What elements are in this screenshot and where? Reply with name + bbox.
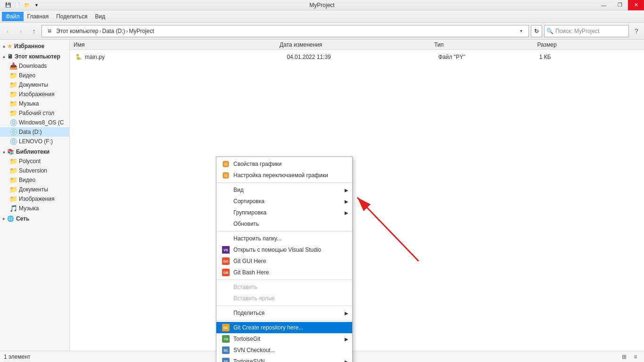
ctx-view-arrow: ▶ (345, 188, 348, 193)
ctx-group[interactable]: Группировка ▶ (216, 207, 352, 218)
ctx-sort-label: Сортировка (233, 198, 264, 205)
qa-save[interactable]: 💾 (4, 1, 12, 9)
lib-documents-label: Документы (19, 186, 48, 193)
refresh-button[interactable]: ↻ (531, 25, 542, 37)
sidebar-network-header[interactable]: ▸ 🌐 Сеть (0, 214, 69, 223)
ctx-view[interactable]: Вид ▶ (216, 184, 352, 196)
search-input[interactable] (555, 28, 627, 34)
help-button[interactable]: ? (631, 25, 642, 37)
video-label: Видео (19, 72, 35, 79)
ctx-view-icon (222, 186, 230, 194)
column-size[interactable]: Размер (537, 41, 640, 48)
sidebar-item-polycont[interactable]: 📁 Polycont (0, 156, 69, 166)
ctx-git-create-icon: GC (222, 324, 230, 331)
sidebar-item-lib-images[interactable]: 📁 Изображения (0, 194, 69, 204)
polycont-icon: 📁 (9, 157, 17, 165)
ctx-open-vs[interactable]: VS Открыть с помощью Visual Studio (216, 244, 352, 255)
column-name[interactable]: Имя (74, 41, 280, 48)
ctx-git-gui-icon: GG (222, 257, 230, 265)
ctx-tortoise-svn-arrow: ▶ (345, 359, 348, 362)
sidebar-item-data-drive[interactable]: 💿 Data (D:) (0, 127, 69, 137)
address-dropdown-arrow[interactable]: ▾ (516, 28, 526, 33)
ctx-sep-3 (216, 280, 352, 280)
ctx-git-gui-label: Git GUI Here (233, 258, 266, 264)
menu-view[interactable]: Вид (91, 12, 109, 21)
lib-video-label: Видео (19, 177, 35, 183)
address-part-folder[interactable]: MyProject (129, 28, 154, 34)
address-bar[interactable]: 🖥 Этот компьютер › Data (D:) › MyProject… (41, 25, 529, 37)
ctx-share[interactable]: Поделиться ▶ (216, 307, 352, 319)
subversion-label: Subversion (19, 167, 47, 174)
images-icon: 📁 (9, 90, 17, 98)
ctx-svn-checkout[interactable]: SC SVN Checkout... (216, 345, 352, 356)
sidebar-item-subversion[interactable]: 📁 Subversion (0, 166, 69, 175)
column-date[interactable]: Дата изменения (280, 41, 434, 48)
address-part-drive[interactable]: Data (D:) (102, 28, 125, 34)
forward-button[interactable]: › (15, 25, 26, 37)
sidebar-item-lib-video[interactable]: 📁 Видео (0, 175, 69, 185)
maximize-button[interactable]: ❐ (612, 0, 628, 10)
minimize-button[interactable]: — (596, 0, 612, 10)
up-button[interactable]: ↑ (28, 25, 40, 37)
sidebar-item-music[interactable]: 📁 Музыка (0, 99, 69, 108)
downloads-icon: 📥 (9, 62, 17, 70)
search-box[interactable]: 🔍 (544, 25, 629, 37)
sidebar-favorites-header[interactable]: ▴ ★ Избранное (0, 41, 69, 51)
menu-home[interactable]: Главная (24, 12, 53, 21)
ctx-git-bash[interactable]: GB Git Bash Here (216, 267, 352, 278)
sidebar-item-lib-documents[interactable]: 📁 Документы (0, 185, 69, 194)
ctx-graphics-props[interactable]: G Свойства графики (216, 158, 352, 170)
ctx-git-create[interactable]: GC Git Create repository here... (216, 322, 352, 333)
qa-folder[interactable]: 📁 (23, 1, 31, 9)
sidebar-item-downloads[interactable]: 📥 Downloads (0, 61, 69, 71)
ctx-sort-arrow: ▶ (345, 199, 348, 204)
ctx-group-label: Группировка (233, 209, 266, 216)
thispc-label: Этот компьютер (15, 53, 60, 60)
ctx-group-arrow: ▶ (345, 210, 348, 215)
sidebar-item-desktop[interactable]: 📁 Рабочий стол (0, 108, 69, 118)
ctx-tortoise-svn[interactable]: TS TortoiseSVN ▶ (216, 356, 352, 362)
favorites-label: Избранное (14, 43, 44, 49)
sidebar-item-windows-drive[interactable]: 💿 Windows8_OS (C (0, 118, 69, 127)
sidebar-item-documents[interactable]: 📁 Документы (0, 80, 69, 90)
ctx-sep-5 (216, 320, 352, 321)
close-button[interactable]: ✕ (628, 0, 644, 10)
ctx-refresh[interactable]: Обновить (216, 218, 352, 230)
title-bar: 💾 📄 📁 ▾ MyProject — ❐ ✕ (0, 0, 644, 10)
data-drive-icon: 💿 (9, 128, 17, 136)
sidebar-item-video[interactable]: 📁 Видео (0, 71, 69, 80)
view-list-button[interactable]: ≡ (631, 352, 640, 362)
ctx-sort[interactable]: Сортировка ▶ (216, 196, 352, 207)
ctx-tortoise-git-arrow: ▶ (345, 337, 348, 342)
sidebar-item-images[interactable]: 📁 Изображения (0, 90, 69, 99)
ctx-customize[interactable]: Настроить папку... (216, 233, 352, 244)
status-text: 1 элемент (4, 354, 31, 360)
view-details-button[interactable]: ⊞ (619, 352, 629, 362)
qa-dropdown[interactable]: ▾ (32, 1, 41, 9)
ctx-graphics-switch[interactable]: G Настройка переключаемой графики (216, 170, 352, 181)
ctx-tortoise-git[interactable]: TG TortoiseGit ▶ (216, 333, 352, 345)
ctx-share-icon (222, 309, 230, 317)
sidebar-libraries-header[interactable]: ▴ 📚 Библиотеки (0, 147, 69, 156)
column-type[interactable]: Тип (434, 41, 537, 48)
ctx-sep-2 (216, 231, 352, 231)
file-list-header: Имя Дата изменения Тип Размер (70, 40, 644, 50)
music-label: Музыка (19, 100, 39, 107)
title-bar-left: 💾 📄 📁 ▾ (4, 1, 41, 9)
sidebar-item-lib-music[interactable]: 🎵 Музыка (0, 204, 69, 213)
thispc-expand-icon: ▴ (3, 54, 5, 59)
downloads-label: Downloads (19, 63, 47, 69)
address-part-pc[interactable]: Этот компьютер (56, 28, 99, 34)
sidebar-item-lenovo-drive[interactable]: 💿 LENOVO (F:) (0, 137, 69, 146)
sidebar-thispc-header[interactable]: ▴ 🖥 Этот компьютер (0, 52, 69, 61)
menu-file[interactable]: Файл (2, 12, 24, 21)
ctx-paste-shortcut-label: Вставить ярлык (233, 295, 275, 302)
qa-new[interactable]: 📄 (13, 1, 22, 9)
ctx-vs-icon: VS (222, 246, 230, 254)
menu-share[interactable]: Поделиться (52, 12, 91, 21)
table-row[interactable]: 🐍 main.py 04.01.2022 11:39 Файл "PY" 1 К… (70, 52, 644, 62)
back-button[interactable]: ‹ (2, 25, 13, 37)
svg-text:TS: TS (224, 360, 228, 362)
video-icon: 📁 (9, 72, 17, 79)
ctx-git-gui[interactable]: GG Git GUI Here (216, 255, 352, 267)
